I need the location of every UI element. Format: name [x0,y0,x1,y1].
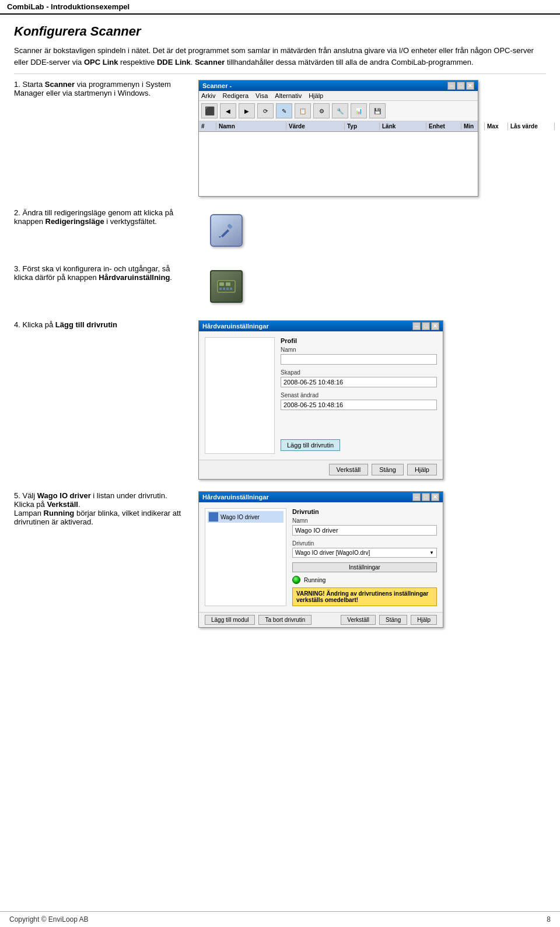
hw-close-btn[interactable]: ✕ [431,322,439,330]
driver-running-row: Running [292,576,437,584]
toolbar-btn-7[interactable]: ⚙ [313,103,330,118]
driver-dropdown-value: Wago IO driver [WagoIO.drv] [295,550,370,556]
toolbar-btn-6[interactable]: 📋 [295,103,311,118]
toolbar-btn-10[interactable]: 💾 [369,103,386,118]
step-3-num: 3. [14,264,22,273]
hw-titlebar-1: Hårdvaruinställningar ─ □ ✕ [199,321,443,331]
step-5-text: 5. Välj Wago IO driver i listan under dr… [14,491,189,526]
step-3-section: 3. Först ska vi konfigurera in- och utgå… [14,264,546,309]
step-5-image: Hårdvaruinställningar ─ □ ✕ Wago IO driv… [198,491,546,628]
driver-label-namn: Namn [292,517,437,524]
driver-dropdown-arrow-icon: ▼ [429,550,434,555]
menu-arkiv[interactable]: Arkiv [201,92,215,99]
driver-item-icon [209,512,218,522]
menu-redigera[interactable]: Redigera [222,92,249,99]
toolbar-btn-3[interactable]: ▶ [239,103,255,118]
hw2-minimize-btn[interactable]: ─ [412,493,421,501]
main-content: Konfigurera Scanner Scanner är bokstavli… [0,15,560,649]
toolbar-btn-9[interactable]: 📊 [351,103,367,118]
step-3-image [198,264,546,309]
toolbar-btn-2[interactable]: ◀ [220,103,236,118]
step-1-section: 1. Starta Scanner via programmenyn i Sys… [14,80,546,197]
hw-settings-window-2: Hårdvaruinställningar ─ □ ✕ Wago IO driv… [198,491,443,628]
step-4-text: 4. Klicka på Lägg till drivrutin [14,320,189,329]
step-5-num: 5. [14,491,22,500]
svg-marker-1 [219,236,221,238]
hw-maximize-btn[interactable]: □ [422,322,430,330]
driver-dropdown[interactable]: Wago IO driver [WagoIO.drv] ▼ [292,548,437,558]
hw-section-profil: Profil [281,337,437,344]
win-controls: ─ □ ✕ [447,82,474,90]
lagg-till-modul-btn[interactable]: Lägg till modul [205,615,255,625]
col-max: Max [485,123,508,130]
step-2-paragraph: 2. Ändra till redigeringsläge genom att … [14,208,189,226]
step-1-body: Starta Scanner via programmenyn i System… [14,80,171,97]
scanner-table-header: # Namn Värde Typ Länk Enhet Min Max Lås … [199,121,478,132]
driver-item-label: Wago IO driver [220,514,260,520]
driver-list-item[interactable]: Wago IO driver [208,511,284,523]
ta-bort-drivrutin-btn[interactable]: Ta bort drivrutin [258,615,312,625]
hw-value-namn[interactable] [281,354,437,365]
hw-win-controls-2: ─ □ ✕ [412,493,439,501]
scanner-menubar: Arkiv Redigera Visa Alternativ Hjälp [199,91,478,101]
win-maximize-btn[interactable]: □ [457,82,465,90]
step-2-section: 2. Ändra till redigeringsläge genom att … [14,208,546,253]
driver-section-label: Drivrutin [292,508,437,515]
svg-rect-5 [226,282,230,286]
hw-left-panel-1 [205,337,275,454]
svg-rect-0 [221,229,229,237]
lagg-till-drivrutin-btn[interactable]: Lägg till drivrutin [281,439,340,451]
step-4-num: 4. [14,320,22,329]
hw-add-btn-area: Lägg till drivrutin [281,439,437,451]
scanner-title: Scanner - [202,82,232,89]
hw2-maximize-btn[interactable]: □ [422,493,430,501]
svg-rect-9 [230,288,232,290]
hw-minimize-btn[interactable]: ─ [412,322,421,330]
win-close-btn[interactable]: ✕ [466,82,474,90]
hardvarinstallning-icon[interactable] [210,270,243,303]
hw-right-panel-1: Profil Namn Skapad 2008-06-25 10:48:16 S… [281,337,437,454]
menu-hjalp[interactable]: Hjälp [309,92,323,99]
hw-stang-btn-1[interactable]: Stäng [372,464,404,475]
toolbar-btn-5[interactable]: ✎ [276,103,292,118]
driver-stang-btn[interactable]: Stäng [379,615,407,625]
hw-label-namn: Namn [281,347,437,353]
step-5-body: Välj Wago IO driver i listan under drivr… [14,491,181,526]
scanner-table-body [199,132,478,196]
driver-footer-right-btns: Verkställ Stäng Hjälp [341,615,437,625]
hw2-close-btn[interactable]: ✕ [431,493,439,501]
hw-field-senast: Senast ändrad 2008-06-25 10:48:16 [281,392,437,410]
driver-settings-btn[interactable]: Inställningar [292,562,437,572]
hw-hjalp-btn-1[interactable]: Hjälp [407,464,437,475]
menu-visa[interactable]: Visa [256,92,268,99]
menu-alternativ[interactable]: Alternativ [275,92,302,99]
step-5-paragraph: 5. Välj Wago IO driver i listan under dr… [14,491,189,526]
redigeringslage-icon[interactable] [210,214,243,247]
step-3-icon-area [198,264,546,309]
toolbar-btn-4[interactable]: ⟳ [257,103,274,118]
running-lamp-icon [292,576,300,584]
driver-value-namn[interactable]: Wago IO driver [292,525,437,536]
col-enhet: Enhet [426,123,461,130]
toolbar-btn-1[interactable]: ⬛ [201,103,218,118]
svg-rect-7 [223,288,225,290]
col-lank: Länk [380,123,426,130]
hw-verkstall-btn-1[interactable]: Verkställ [329,464,369,475]
running-label: Running [304,577,326,583]
toolbar-btn-8[interactable]: 🔧 [332,103,348,118]
driver-hjalp-btn[interactable]: Hjälp [411,615,437,625]
step-1-paragraph: 1. Starta Scanner via programmenyn i Sys… [14,80,189,97]
svg-rect-8 [226,288,229,290]
win-minimize-btn[interactable]: ─ [447,82,456,90]
hw-settings-window-1: Hårdvaruinställningar ─ □ ✕ Profil Namn [198,320,443,480]
col-typ: Typ [345,123,380,130]
driver-verkstall-btn[interactable]: Verkställ [341,615,376,625]
scanner-toolbar: ⬛ ◀ ▶ ⟳ ✎ 📋 ⚙ 🔧 📊 💾 [199,101,478,121]
page-footer: Copyright © EnviLoop AB 8 [0,911,560,927]
driver-field-namn: Namn Wago IO driver [292,517,437,536]
step-3-body: Först ska vi konfigurera in- och utgånga… [14,264,172,282]
hw-label-skapad: Skapad [281,369,437,376]
driver-right-panel: Drivrutin Namn Wago IO driver Drivrutin … [292,508,437,606]
col-namn: Namn [216,123,286,130]
copyright-text: Copyright © EnviLoop AB [9,915,89,923]
